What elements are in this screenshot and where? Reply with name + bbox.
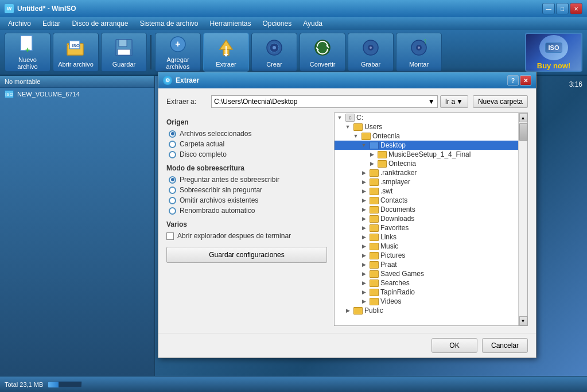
- folder-links-label: Links: [380, 233, 396, 241]
- expander-searches: ▶: [360, 279, 368, 287]
- ir-a-label: Ir a: [445, 98, 455, 106]
- expander-desktop: ▼: [360, 141, 368, 149]
- guardar-configuraciones-label: Guardar configuraciones: [209, 251, 284, 259]
- folder-links-icon: [370, 234, 379, 241]
- left-options: Origen Archivos seleccionados Carpeta ac…: [166, 112, 327, 326]
- folder-documents-icon: [370, 206, 379, 214]
- folder-smplayer-icon: [370, 178, 379, 186]
- tree-scrollbar[interactable]: ▲ ▼: [518, 113, 527, 325]
- drive-c-label: C:: [356, 114, 363, 122]
- radio-archivos-seleccionados-label: Archivos seleccionados: [180, 130, 251, 138]
- radio-sobreescribir-label: Sobreescribir sin preguntar: [180, 186, 262, 194]
- folder-tree[interactable]: ▼ C C: ▼ Users ▼: [334, 112, 528, 326]
- scroll-down-button[interactable]: ▼: [519, 316, 527, 325]
- folder-downloads-label: Downloads: [380, 215, 414, 223]
- folder-music-icon: [370, 243, 379, 250]
- ok-button[interactable]: OK: [431, 338, 477, 353]
- overwrite-radio-group: Preguntar antes de sobreescribir Sobrees…: [166, 176, 327, 215]
- dialog-help-button[interactable]: ?: [507, 75, 519, 86]
- tree-desktop[interactable]: ▼ Desktop: [335, 141, 527, 150]
- combo-arrow: ▼: [428, 98, 435, 106]
- tree-praat[interactable]: ▶ Praat: [335, 260, 527, 269]
- radio-sobreescribir[interactable]: Sobreescribir sin preguntar: [169, 186, 327, 194]
- folder-pictures-label: Pictures: [380, 251, 405, 259]
- expander-smplayer: ▶: [360, 178, 368, 186]
- dialog-icon: ⚙: [163, 76, 172, 85]
- folder-desktop-label: Desktop: [380, 141, 406, 149]
- radio-sobreescribir-circle: [169, 187, 176, 194]
- tree-links[interactable]: ▶ Links: [335, 232, 527, 242]
- tree-users[interactable]: ▼ Users: [335, 122, 527, 131]
- folder-documents-label: Documents: [380, 205, 415, 214]
- extract-dialog: ⚙ Extraer ? ✕ Extraer a: C:\Users\Ontecn…: [158, 72, 537, 358]
- radio-renombrado-circle: [169, 207, 176, 215]
- expander-praat: ▶: [360, 261, 368, 269]
- expander-documents: ▶: [360, 205, 368, 214]
- expander-musicbee: ▶: [368, 150, 376, 158]
- origen-section-title: Origen: [166, 118, 327, 126]
- expander-pictures: ▶: [360, 251, 368, 259]
- radio-omitir-label: Omitir archivos existentes: [180, 196, 258, 204]
- tree-ontecnia-sub[interactable]: ▶ Ontecnia: [335, 159, 527, 168]
- folder-tapinradio-label: TapinRadio: [380, 288, 415, 296]
- path-value: C:\Users\Ontecnia\Desktop: [214, 98, 297, 106]
- scroll-thumb[interactable]: [519, 123, 527, 141]
- abrir-explorador-label: Abrir explorador despues de terminar: [177, 232, 291, 240]
- guardar-configuraciones-button[interactable]: Guardar configuraciones: [166, 247, 327, 263]
- tree-musicbee[interactable]: ▶ MusicBeeSetup_1_4_Final: [335, 150, 527, 159]
- tree-videos[interactable]: ▶ Videos: [335, 297, 527, 306]
- scroll-up-button[interactable]: ▲: [519, 113, 527, 122]
- tree-saved-games[interactable]: ▶ Saved Games: [335, 269, 527, 278]
- folder-ontecnia-label: Ontecnia: [372, 132, 400, 140]
- checkbox-box: [166, 232, 174, 240]
- radio-preguntar-label: Preguntar antes de sobreescribir: [180, 176, 279, 184]
- folder-downloads-icon: [370, 215, 379, 223]
- radio-carpeta-actual[interactable]: Carpeta actual: [169, 140, 327, 148]
- tree-searches[interactable]: ▶ Searches: [335, 278, 527, 288]
- radio-archivos-seleccionados[interactable]: Archivos seleccionados: [169, 130, 327, 138]
- varios-section-title: Varios: [166, 220, 327, 228]
- tree-smplayer[interactable]: ▶ .smplayer: [335, 177, 527, 187]
- tree-documents[interactable]: ▶ Documents: [335, 205, 527, 214]
- tree-ontecnia[interactable]: ▼ Ontecnia: [335, 131, 527, 141]
- tree-public[interactable]: ▶ Public: [335, 306, 527, 315]
- ir-a-button[interactable]: Ir a ▼: [440, 95, 468, 108]
- radio-renombrado[interactable]: Renombrado automatico: [169, 207, 327, 215]
- tree-drive-c[interactable]: ▼ C C:: [335, 113, 527, 122]
- folder-ontecnia-sub-label: Ontecnia: [388, 160, 416, 168]
- dialog-title-bar: ⚙ Extraer ? ✕: [158, 72, 536, 88]
- tree-swt[interactable]: ▶ .swt: [335, 187, 527, 196]
- expander-ranktracker: ▶: [360, 169, 368, 177]
- folder-favorites-label: Favorites: [380, 224, 409, 232]
- tree-contacts[interactable]: ▶ Contacts: [335, 196, 527, 205]
- tree-music[interactable]: ▶ Music: [335, 242, 527, 251]
- tree-scroll-area[interactable]: ▼ C C: ▼ Users ▼: [335, 113, 527, 325]
- radio-carpeta-actual-label: Carpeta actual: [180, 140, 224, 148]
- folder-saved-games-icon: [370, 270, 379, 278]
- folder-public-label: Public: [364, 306, 383, 315]
- radio-disco-completo[interactable]: Disco completo: [169, 150, 327, 158]
- folder-contacts-label: Contacts: [380, 196, 407, 204]
- radio-renombrado-label: Renombrado automatico: [180, 207, 255, 215]
- tree-pictures[interactable]: ▶ Pictures: [335, 251, 527, 260]
- folder-tapinradio-icon: [370, 289, 379, 296]
- abrir-explorador-checkbox[interactable]: Abrir explorador despues de terminar: [166, 232, 327, 240]
- dialog-body: Extraer a: C:\Users\Ontecnia\Desktop ▼ I…: [158, 88, 536, 333]
- radio-preguntar[interactable]: Preguntar antes de sobreescribir: [169, 176, 327, 184]
- radio-omitir[interactable]: Omitir archivos existentes: [169, 196, 327, 204]
- dialog-close-button[interactable]: ✕: [520, 75, 531, 86]
- tree-favorites[interactable]: ▶ Favorites: [335, 223, 527, 232]
- radio-archivos-seleccionados-circle: [169, 130, 176, 138]
- tree-ranktracker[interactable]: ▶ .ranktracker: [335, 168, 527, 177]
- folder-pictures-icon: [370, 252, 379, 259]
- folder-users-label: Users: [364, 123, 382, 131]
- cancel-button[interactable]: Cancelar: [482, 338, 528, 353]
- path-combobox[interactable]: C:\Users\Ontecnia\Desktop ▼: [211, 95, 438, 108]
- folder-musicbee-label: MusicBeeSetup_1_4_Final: [388, 150, 471, 158]
- nueva-carpeta-button[interactable]: Nueva carpeta: [473, 95, 528, 108]
- expander-ontecnia: ▼: [352, 132, 360, 140]
- expander-contacts: ▶: [360, 196, 368, 204]
- folder-videos-label: Videos: [380, 297, 401, 305]
- tree-tapinradio[interactable]: ▶ TapinRadio: [335, 288, 527, 297]
- tree-downloads[interactable]: ▶ Downloads: [335, 214, 527, 223]
